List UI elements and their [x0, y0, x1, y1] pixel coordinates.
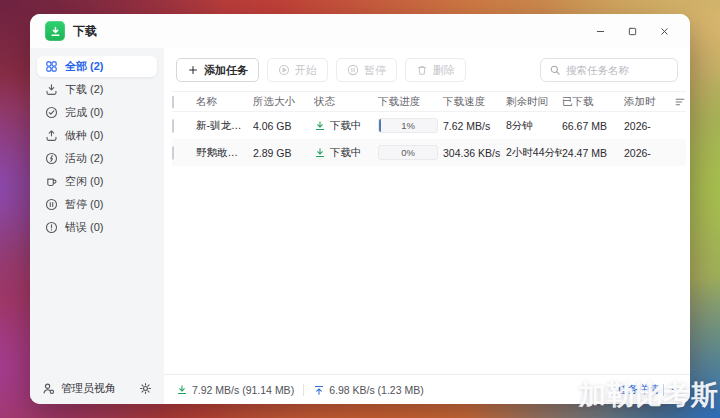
header-remaining: 剩余时间	[506, 95, 562, 109]
table-row[interactable]: 新-驯龙高手.Ho... 4.06 GB 下载中 1% 7.62	[172, 112, 686, 139]
progress-label: 0%	[379, 146, 437, 159]
search-icon	[549, 64, 561, 76]
task-size: 2.89 GB	[253, 147, 314, 159]
add-task-button[interactable]: 添加任务	[176, 58, 259, 82]
sidebar-item-downloading[interactable]: 下载 (2)	[37, 79, 157, 100]
progress-bar: 1%	[378, 118, 438, 133]
select-all-checkbox[interactable]	[172, 96, 174, 108]
pause-circle-icon	[347, 64, 359, 76]
search-box	[540, 58, 678, 82]
sidebar-item-all[interactable]: 全部 (2)	[37, 56, 157, 77]
window-content: 全部 (2) 下载 (2) 完成 (0) 做种 (0) 活动 (2)	[30, 48, 690, 404]
upload-arrow-icon	[313, 384, 325, 396]
gear-icon[interactable]	[139, 382, 152, 395]
upload-speed-text: 6.98 KB/s (1.23 MB)	[329, 384, 424, 396]
sidebar-item-error[interactable]: 错误 (0)	[37, 217, 157, 238]
sidebar-footer: 管理员视角	[30, 373, 164, 404]
delete-button[interactable]: 删除	[405, 58, 466, 82]
task-speed: 7.62 MB/s	[443, 120, 506, 132]
sidebar-item-label: 完成 (0)	[65, 105, 104, 120]
row-checkbox[interactable]	[172, 146, 174, 160]
task-added: 2026-	[624, 120, 668, 132]
pause-label: 暂停	[364, 63, 386, 78]
plus-icon	[187, 64, 199, 76]
progress-label: 1%	[379, 119, 437, 132]
sidebar-item-label: 全部 (2)	[65, 59, 104, 74]
minimize-button[interactable]	[589, 20, 611, 42]
sidebar-item-label: 暂停 (0)	[65, 197, 104, 212]
header-speed: 下载速度	[443, 95, 506, 109]
pause-circle-icon	[45, 198, 58, 211]
error-circle-icon	[45, 221, 58, 234]
task-table: 名称 所选大小 状态 下载进度 下载速度 剩余时间 已下载 添加时 新-驯龙高手…	[164, 91, 690, 374]
sidebar-item-active[interactable]: 活动 (2)	[37, 148, 157, 169]
progress-bar: 0%	[378, 145, 438, 160]
sidebar-item-label: 做种 (0)	[65, 128, 104, 143]
activity-icon	[45, 152, 58, 165]
toolbar: 添加任务 开始 暂停 删除	[164, 48, 690, 91]
user-icon	[42, 382, 55, 395]
row-checkbox[interactable]	[172, 119, 174, 133]
download-arrow-icon	[176, 384, 188, 396]
start-label: 开始	[295, 63, 317, 78]
total-download-speed: 7.92 MB/s (91.14 MB)	[176, 384, 294, 396]
titlebar: 下载	[30, 14, 690, 48]
grid-icon	[45, 60, 58, 73]
sidebar-item-label: 下载 (2)	[65, 82, 104, 97]
task-status: 下载中	[330, 146, 362, 160]
app-download-icon	[45, 21, 65, 41]
check-circle-icon	[45, 106, 58, 119]
header-name: 名称	[196, 95, 253, 109]
sidebar-item-completed[interactable]: 完成 (0)	[37, 102, 157, 123]
sidebar-item-label: 空闲 (0)	[65, 174, 104, 189]
task-details-link[interactable]: 任务详情	[617, 383, 678, 397]
close-button[interactable]	[653, 20, 675, 42]
sidebar: 全部 (2) 下载 (2) 完成 (0) 做种 (0) 活动 (2)	[30, 48, 164, 404]
maximize-button[interactable]	[621, 20, 643, 42]
task-name: 野鹅敢死队.6v...	[196, 146, 253, 160]
status-bar: 7.92 MB/s (91.14 MB) 6.98 KB/s (1.23 MB)…	[164, 374, 690, 404]
sidebar-item-paused[interactable]: 暂停 (0)	[37, 194, 157, 215]
downloading-status-icon	[314, 120, 326, 132]
sidebar-item-idle[interactable]: 空闲 (0)	[37, 171, 157, 192]
divider	[303, 384, 304, 396]
header-size: 所选大小	[253, 95, 314, 109]
task-downloaded: 24.47 MB	[562, 147, 624, 159]
admin-view-label[interactable]: 管理员视角	[61, 381, 116, 396]
task-speed: 304.36 KB/s	[443, 147, 506, 159]
sidebar-item-label: 活动 (2)	[65, 151, 104, 166]
header-progress: 下载进度	[378, 95, 443, 109]
download-speed-text: 7.92 MB/s (91.14 MB)	[192, 384, 294, 396]
search-input[interactable]	[566, 64, 669, 76]
window-controls	[589, 20, 675, 42]
table-row[interactable]: 野鹅敢死队.6v... 2.89 GB 下载中 0% 304.3	[172, 139, 686, 166]
downloading-status-icon	[314, 147, 326, 159]
upload-icon	[45, 129, 58, 142]
table-header-row: 名称 所选大小 状态 下载进度 下载速度 剩余时间 已下载 添加时	[172, 91, 686, 112]
task-added: 2026-	[624, 147, 668, 159]
task-name: 新-驯龙高手.Ho...	[196, 119, 253, 133]
columns-config-icon[interactable]	[674, 96, 686, 108]
sidebar-item-seeding[interactable]: 做种 (0)	[37, 125, 157, 146]
delete-label: 删除	[433, 63, 455, 78]
header-status: 状态	[314, 95, 378, 109]
download-icon	[45, 83, 58, 96]
download-manager-window: 下载 全部 (2) 下载 (2) 完成 (0)	[30, 14, 690, 404]
play-circle-icon	[278, 64, 290, 76]
task-remaining: 2小时44分钟	[506, 146, 562, 160]
trash-icon	[416, 64, 428, 76]
chevron-up-icon	[668, 385, 678, 395]
pause-button[interactable]: 暂停	[336, 58, 397, 82]
start-button[interactable]: 开始	[267, 58, 328, 82]
task-size: 4.06 GB	[253, 120, 314, 132]
window-title: 下载	[73, 23, 97, 40]
add-task-label: 添加任务	[204, 63, 248, 78]
total-upload-speed: 6.98 KB/s (1.23 MB)	[313, 384, 424, 396]
header-added: 添加时	[624, 95, 668, 109]
desktop-background: 下载 全部 (2) 下载 (2) 完成 (0)	[0, 0, 720, 418]
main-panel: 添加任务 开始 暂停 删除	[164, 48, 690, 404]
idle-cup-icon	[45, 175, 58, 188]
task-status: 下载中	[330, 119, 362, 133]
task-remaining: 8分钟	[506, 119, 562, 133]
task-downloaded: 66.67 MB	[562, 120, 624, 132]
